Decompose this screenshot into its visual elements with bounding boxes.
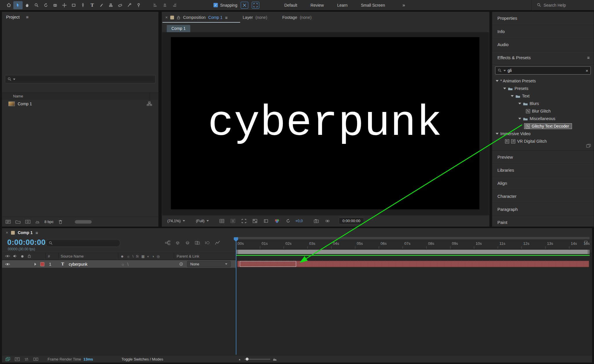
help-search-input[interactable] xyxy=(544,3,590,8)
tab-composition-value[interactable]: Comp 1 xyxy=(208,15,222,20)
shape-tool[interactable] xyxy=(69,1,78,9)
parent-link-dropdown[interactable]: None xyxy=(187,261,231,267)
transparency-grid-icon[interactable] xyxy=(251,218,259,224)
pan-behind-tool[interactable] xyxy=(60,1,69,9)
magnification-dropdown[interactable]: (74,1%) xyxy=(167,219,185,223)
align-left-icon[interactable] xyxy=(151,1,160,9)
work-area-bar[interactable] xyxy=(236,250,590,254)
home-button[interactable] xyxy=(4,1,13,9)
collapse-transformations-column-icon[interactable]: ☼ xyxy=(127,254,130,258)
comp-marker-bin-icon[interactable] xyxy=(584,241,588,244)
rotate-tool[interactable] xyxy=(41,1,50,9)
layer-switches-pane-toggle-icon[interactable] xyxy=(15,357,20,361)
project-name-column-header[interactable]: Name xyxy=(13,94,23,98)
tree-item-blurs[interactable]: Blurs xyxy=(492,100,594,107)
layer-name[interactable]: cyberpunk xyxy=(69,260,88,268)
tree-item-miscellaneous[interactable]: Miscellaneous xyxy=(492,115,594,122)
layer-quality-switch-icon[interactable]: \ xyxy=(127,260,128,268)
workspace-default[interactable]: Default xyxy=(284,3,297,8)
grid-options-icon[interactable] xyxy=(218,218,226,224)
transfer-controls-pane-toggle-icon[interactable] xyxy=(24,357,29,361)
clear-search-icon[interactable]: × xyxy=(586,68,588,73)
eraser-tool[interactable] xyxy=(115,1,125,9)
playhead-line[interactable] xyxy=(236,239,236,355)
graph-editor-icon[interactable] xyxy=(215,240,220,245)
current-timecode-field[interactable]: 0:00:00:00 xyxy=(7,238,46,247)
panel-header-paragraph[interactable]: Paragraph xyxy=(492,203,594,216)
clone-stamp-tool[interactable] xyxy=(106,1,115,9)
type-tool[interactable]: T xyxy=(88,1,97,9)
pen-tool[interactable] xyxy=(78,1,88,9)
tree-item-animation-presets[interactable]: * Animation Presets xyxy=(492,77,594,85)
motion-blur-column-icon[interactable]: ◐ xyxy=(147,254,149,258)
tree-item-blur-glitch[interactable]: Blur Glitch xyxy=(492,107,594,115)
interpret-footage-icon[interactable] xyxy=(6,220,11,224)
zoom-slider-thumb[interactable] xyxy=(246,358,249,361)
tab-layer[interactable]: Layer xyxy=(243,15,253,20)
panel-header-info[interactable]: Info xyxy=(492,25,594,38)
effects-panel-menu-icon[interactable]: ≡ xyxy=(587,51,590,64)
panel-header-paint[interactable]: Paint xyxy=(492,216,594,227)
video-eye-column-icon[interactable] xyxy=(5,254,10,258)
project-panel-menu-icon[interactable]: ≡ xyxy=(26,15,29,19)
timeline-zoom-slider[interactable] xyxy=(244,359,270,360)
effects-fx-column-icon[interactable]: fx xyxy=(136,254,139,258)
toggle-switches-modes-button[interactable]: Toggle Switches / Modes xyxy=(122,357,163,361)
layer-visibility-eye-icon[interactable] xyxy=(5,262,10,266)
layer-label-color-swatch[interactable] xyxy=(40,262,44,266)
viewer-tab-comp1[interactable]: Comp 1 xyxy=(167,25,190,32)
selection-tool[interactable] xyxy=(13,1,23,9)
shy-column-icon[interactable]: ☻ xyxy=(120,254,124,258)
effects-search-input[interactable] xyxy=(508,68,584,73)
show-snapshot-icon[interactable] xyxy=(324,218,331,224)
new-folder-icon[interactable] xyxy=(15,220,21,224)
panel-header-audio[interactable]: Audio xyxy=(492,38,594,51)
delete-trash-icon[interactable] xyxy=(58,220,63,224)
tab-footage[interactable]: Footage xyxy=(282,15,297,20)
puppet-pin-tool[interactable] xyxy=(134,1,143,9)
tree-item-presets[interactable]: Presets xyxy=(492,85,594,92)
chevron-down-icon[interactable] xyxy=(518,118,521,119)
workspace-review[interactable]: Review xyxy=(311,3,324,8)
reset-exposure-icon[interactable] xyxy=(284,218,292,224)
tab-composition[interactable]: Composition xyxy=(183,15,206,20)
align-center-icon[interactable] xyxy=(160,1,169,9)
chevron-down-icon[interactable] xyxy=(511,95,514,97)
zoom-in-mountains-icon[interactable] xyxy=(273,357,277,361)
snap-diagonal-arrows-icon[interactable] xyxy=(241,2,248,9)
audio-speaker-column-icon[interactable] xyxy=(13,254,17,258)
project-settings-icon[interactable] xyxy=(35,220,40,224)
brush-tool[interactable] xyxy=(97,1,106,9)
effects-search-field[interactable]: × xyxy=(495,66,591,75)
horizontal-scrollbar-thumb[interactable] xyxy=(75,220,92,224)
project-search-field[interactable] xyxy=(5,75,155,83)
panel-header-libraries[interactable]: Libraries xyxy=(492,164,594,177)
hide-shy-layers-icon[interactable] xyxy=(185,240,190,245)
guides-icon[interactable] xyxy=(262,218,270,224)
new-panel-corner-icon[interactable] xyxy=(586,144,591,148)
in-out-duration-pane-toggle-icon[interactable] xyxy=(33,357,38,361)
composition-mini-flowchart-icon[interactable] xyxy=(165,240,170,245)
timeline-tab-comp1[interactable]: Comp 1 xyxy=(18,230,32,235)
color-depth-button[interactable]: 8 bpc xyxy=(44,220,54,224)
panel-header-effects-presets[interactable]: Effects & Presets ≡ xyxy=(492,51,594,64)
close-tab-icon[interactable]: × xyxy=(6,230,8,235)
layer-number-column-header[interactable]: # xyxy=(48,254,50,258)
preview-timecode-field[interactable]: 0:00:00:00 xyxy=(339,218,364,224)
frame-blending-icon[interactable] xyxy=(195,240,200,245)
region-of-interest-icon[interactable] xyxy=(240,218,248,224)
panel-header-align[interactable]: Align xyxy=(492,177,594,190)
chevron-down-icon[interactable] xyxy=(496,133,499,135)
panel-header-properties[interactable]: Properties xyxy=(492,12,594,25)
timeline-panel-menu-icon[interactable]: ≡ xyxy=(36,230,38,235)
project-item-comp1[interactable]: Comp 1 xyxy=(2,99,158,108)
show-channel-icon[interactable] xyxy=(273,218,281,224)
new-composition-icon[interactable] xyxy=(25,220,30,224)
layer-collapse-switch-icon[interactable]: ☼ xyxy=(121,260,125,268)
live-update-icon[interactable] xyxy=(6,357,10,361)
zoom-tool[interactable] xyxy=(32,1,41,9)
tree-item-vr-digital-glitch[interactable]: VR Digital Glitch xyxy=(492,137,594,145)
draft-3d-icon[interactable] xyxy=(175,240,180,245)
layer-duration-bar[interactable] xyxy=(237,261,589,267)
exposure-value[interactable]: +0,0 xyxy=(295,219,303,223)
